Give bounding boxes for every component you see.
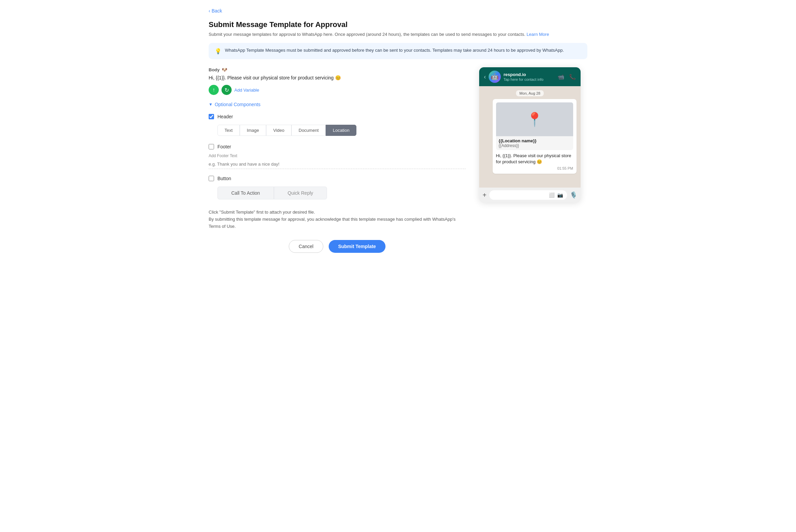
disclaimer: Click "Submit Template" first to attach … — [209, 209, 466, 230]
header-tab-document[interactable]: Document — [292, 125, 326, 136]
body-emoji-icon: 🐶 — [222, 67, 227, 72]
emoji-toolbar: ↑ ↻ Add Variable — [209, 85, 466, 95]
button-type-quick-reply[interactable]: Quick Reply — [274, 187, 327, 200]
footer-input[interactable] — [209, 159, 466, 169]
body-text: Hi, {{1}}. Please visit our physical sto… — [209, 74, 466, 81]
wa-location-card: 📍 {{Location name}} {{Address}} — [496, 102, 573, 150]
wa-header-actions: 📹 📞 — [558, 74, 576, 80]
page-title: Submit Message Template for Approval — [209, 20, 587, 29]
optional-components-label: Optional Components — [215, 102, 260, 107]
page-subtitle: Submit your message templates for approv… — [209, 32, 587, 37]
wa-message-time: 01:55 PM — [496, 166, 573, 170]
footer-label: Footer — [218, 144, 231, 149]
wa-input-icons: ⬜ 📷 — [549, 192, 563, 198]
footer-checkbox[interactable] — [209, 144, 214, 149]
button-type-tabs: Call To Action Quick Reply — [218, 187, 466, 200]
header-label: Header — [218, 114, 233, 119]
wa-location-map: 📍 — [496, 102, 573, 136]
whatsapp-preview-panel: ‹ 🤖 respond.io Tap here for contact info… — [479, 67, 587, 203]
submit-button[interactable]: Submit Template — [329, 240, 386, 253]
emoji-button-1[interactable]: ↑ — [209, 85, 219, 95]
header-tab-video[interactable]: Video — [266, 125, 292, 136]
button-type-cta[interactable]: Call To Action — [218, 187, 274, 200]
optional-components-toggle[interactable]: ▼ Optional Components — [209, 102, 466, 107]
whatsapp-preview: ‹ 🤖 respond.io Tap here for contact info… — [479, 67, 580, 203]
emoji-button-2[interactable]: ↻ — [221, 85, 232, 95]
button-checkbox[interactable] — [209, 176, 214, 181]
wa-contact-name: respond.io — [503, 72, 543, 77]
cancel-button[interactable]: Cancel — [289, 240, 323, 253]
wa-contact-info: respond.io Tap here for contact info — [503, 72, 543, 81]
header-section: Header — [209, 114, 466, 119]
wa-input-field: ⬜ 📷 — [489, 190, 567, 200]
wa-phone-icon: 📞 — [569, 74, 576, 80]
body-label: Body 🐶 — [209, 67, 466, 72]
header-tab-text[interactable]: Text — [218, 125, 240, 136]
action-buttons: Cancel Submit Template — [209, 240, 466, 253]
footer-add-label: Add Footer Text — [209, 153, 466, 158]
wa-message-bubble: 📍 {{Location name}} {{Address}} Hi, {{1}… — [493, 99, 576, 174]
button-label: Button — [218, 176, 231, 181]
wa-mic-icon: 🎙️ — [570, 191, 577, 199]
wa-sticker-icon: ⬜ — [549, 192, 555, 198]
header-tabs: Text Image Video Document Location — [218, 125, 466, 136]
add-variable-link[interactable]: Add Variable — [234, 88, 259, 93]
wa-video-icon: 📹 — [558, 74, 564, 80]
wa-location-addr: {{Address}} — [499, 143, 571, 148]
wa-location-pin-icon: 📍 — [526, 112, 543, 128]
back-label: Back — [212, 8, 222, 14]
wa-camera-icon: 📷 — [557, 192, 563, 198]
wa-avatar-icon: 🤖 — [491, 73, 498, 80]
wa-location-info: {{Location name}} {{Address}} — [496, 136, 573, 150]
disclaimer-line2: By submitting this template message for … — [209, 216, 466, 230]
wa-header: ‹ 🤖 respond.io Tap here for contact info… — [479, 67, 580, 86]
wa-date-badge: Mon, Aug 28 — [483, 90, 576, 96]
info-banner: 💡 WhatsApp Template Messages must be sub… — [209, 43, 587, 59]
wa-back-icon: ‹ — [484, 73, 486, 80]
wa-avatar: 🤖 — [488, 71, 501, 83]
button-section: Button Call To Action Quick Reply — [209, 176, 466, 200]
back-link[interactable]: ‹ Back — [209, 8, 222, 14]
bulb-icon: 💡 — [215, 48, 221, 54]
subtitle-text: Submit your message templates for approv… — [209, 32, 525, 37]
header-tab-location[interactable]: Location — [326, 125, 356, 136]
learn-more-link[interactable]: Learn More — [526, 32, 549, 37]
wa-input-bar: + ⬜ 📷 🎙️ — [479, 188, 580, 203]
banner-text: WhatsApp Template Messages must be submi… — [225, 48, 564, 53]
back-chevron-icon: ‹ — [209, 8, 210, 14]
wa-contact-sub: Tap here for contact info — [503, 77, 543, 81]
header-tab-image[interactable]: Image — [240, 125, 266, 136]
wa-location-name: {{Location name}} — [499, 138, 571, 143]
chevron-down-icon: ▼ — [209, 102, 213, 107]
wa-message-text: Hi, {{1}}. Please visit our physical sto… — [496, 153, 573, 165]
header-checkbox[interactable] — [209, 114, 214, 119]
footer-section: Footer Add Footer Text — [209, 144, 466, 169]
wa-body: Mon, Aug 28 📍 {{Location name}} {{Addres… — [479, 86, 580, 188]
wa-add-icon[interactable]: + — [483, 191, 486, 199]
disclaimer-line1: Click "Submit Template" first to attach … — [209, 209, 466, 216]
left-panel: Body 🐶 Hi, {{1}}. Please visit our physi… — [209, 67, 466, 253]
